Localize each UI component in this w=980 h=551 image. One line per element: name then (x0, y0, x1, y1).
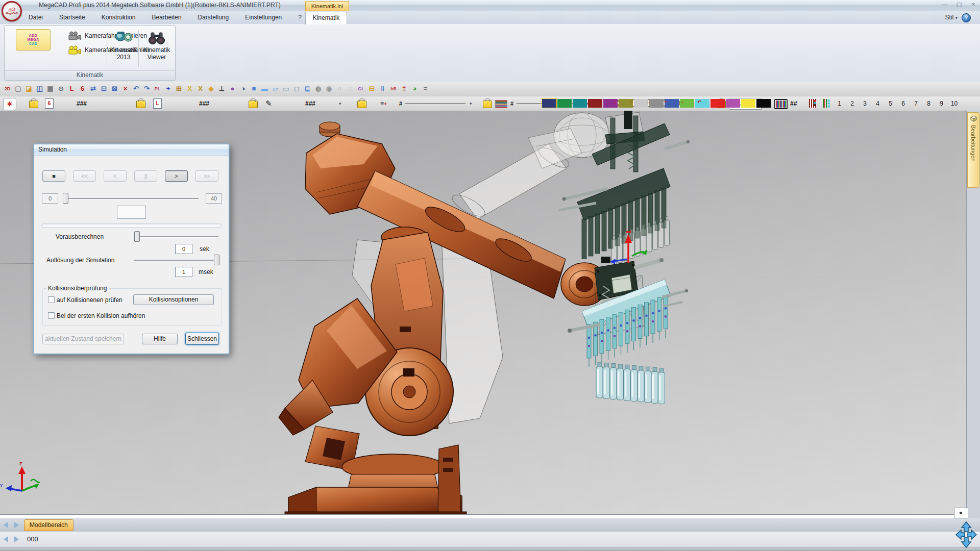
lock-linewidth-icon[interactable] (483, 101, 492, 108)
menu-darstellung[interactable]: Darstellung (189, 11, 237, 24)
layout-l-icon[interactable]: L (66, 83, 77, 94)
resolution-slider-thumb[interactable] (214, 255, 219, 265)
lock-pen-icon[interactable] (249, 101, 258, 108)
pen-number-2[interactable]: 2 (846, 96, 859, 111)
sphere-dark-icon[interactable]: ◑ (238, 83, 249, 94)
tray-icon[interactable]: ▱ (270, 83, 281, 94)
color-swatch-15[interactable] (756, 99, 771, 108)
prev-icon[interactable] (4, 536, 8, 542)
pen-selector[interactable]: ### (305, 96, 315, 111)
rewind-button[interactable]: << (73, 170, 96, 182)
color-swatch-3[interactable] (573, 99, 587, 108)
cylinder-dashed-icon[interactable]: ◌ (345, 83, 356, 94)
linetype-select[interactable]: # ▾ (399, 96, 476, 111)
layout-6-icon[interactable]: 6 (77, 83, 88, 94)
next-sheet-icon[interactable] (14, 522, 19, 528)
pen-number-3[interactable]: 3 (859, 96, 871, 111)
precompute-slider-thumb[interactable] (134, 231, 140, 242)
cube-add-icon[interactable]: ⊞ (174, 83, 184, 94)
pen-number-9[interactable]: 9 (935, 96, 948, 111)
step-back-button[interactable]: < (104, 170, 127, 182)
range-end-field[interactable]: 40 (206, 193, 222, 204)
collision-options-button[interactable]: Kollisionsoptionen (133, 294, 214, 305)
bearbeitungen-tab[interactable]: Bearbeitungen (967, 112, 979, 188)
fast-forward-button[interactable]: >> (195, 170, 218, 182)
color-swatch-12[interactable] (710, 99, 725, 108)
stil-dropdown[interactable]: Stil ▾ (945, 11, 958, 24)
close-button[interactable]: × (970, 1, 977, 8)
new-file-icon[interactable]: ▢ (13, 83, 23, 94)
check-collision-checkbox[interactable] (48, 296, 55, 303)
plane-up-icon[interactable]: ◆ (206, 83, 216, 94)
tab-kinematik[interactable]: Kinematik (305, 12, 347, 24)
box-flat-icon[interactable]: ▬ (259, 83, 270, 94)
screen-colors-icon[interactable] (774, 99, 788, 109)
menu-konstruktion[interactable]: Konstruktion (93, 11, 144, 24)
align-center-icon[interactable]: ‡ (399, 83, 409, 94)
prev-sheet-icon[interactable] (4, 522, 8, 528)
snap-point-button[interactable]: ∗ (3, 98, 16, 110)
precompute-slider[interactable] (134, 236, 218, 238)
save-file-icon[interactable]: ◫ (34, 83, 45, 94)
kinematik-2013-button[interactable]: Kinematik 2013 (108, 30, 139, 61)
range-start-field[interactable]: 0 (42, 193, 58, 204)
menu-bearbeiten[interactable]: Bearbeiten (143, 11, 189, 24)
resolution-value-field[interactable]: 1 (175, 267, 192, 277)
undo-icon[interactable]: ↶ (131, 83, 141, 94)
group-selector[interactable]: ### (199, 96, 209, 111)
pen-number-4[interactable]: 4 (871, 96, 884, 111)
print-preview-icon[interactable]: ⊙ (56, 83, 66, 94)
cylinder-solid-icon[interactable]: ◉ (324, 83, 334, 94)
color-swatch-14[interactable] (741, 99, 755, 108)
next-icon[interactable] (14, 536, 19, 542)
timeline-slider[interactable] (63, 198, 199, 199)
scroll-corner-button[interactable] (954, 508, 968, 518)
document-tab[interactable]: Kinematik.ini (305, 1, 349, 12)
menu-startseite[interactable]: Startseite (51, 11, 93, 24)
print-icon[interactable]: ▤ (45, 83, 56, 94)
wire-box-icon[interactable]: ▭ (281, 83, 291, 94)
cylinder-plain-icon[interactable]: ○ (334, 83, 345, 94)
pen-number-6[interactable]: 6 (897, 96, 910, 111)
toolbar-overflow-icon[interactable]: = (420, 83, 431, 94)
color-swatch-2[interactable] (557, 99, 572, 108)
linestyle-icon[interactable]: ≡+ (380, 100, 387, 108)
hatch-style2-icon[interactable] (823, 99, 830, 108)
menu-einstellungen[interactable]: Einstellungen (237, 11, 290, 24)
redline-erase-icon[interactable]: × (120, 83, 131, 94)
megacad-logo-icon[interactable]: △⬡ MegaCAD (2, 1, 22, 21)
stop-button[interactable]: ■ (42, 170, 65, 182)
close-button[interactable]: Schliessen (185, 333, 219, 345)
lock-linestyle-icon[interactable] (357, 101, 366, 108)
viewport-prev-icon[interactable]: ⊡ (99, 83, 109, 94)
wire-box2-icon[interactable]: ◻ (291, 83, 302, 94)
cylinder-wire-icon[interactable]: ◍ (313, 83, 324, 94)
pen-number-1[interactable]: 1 (833, 96, 846, 111)
restore-button[interactable]: ▢ (955, 1, 963, 8)
chevron-down-icon[interactable]: ▾ (339, 96, 341, 111)
pause-button[interactable]: || (134, 170, 157, 182)
dialog-title[interactable]: Simulation (34, 144, 229, 156)
pen-number-8[interactable]: 8 (922, 96, 935, 111)
layer-selector[interactable]: ### (77, 96, 87, 111)
pen-number-7[interactable]: 7 (910, 96, 922, 111)
save-state-button[interactable]: aktuellen Zustand speichern (42, 334, 124, 344)
model-area-tab[interactable]: Modellbereich (24, 519, 74, 531)
layout-l-selector-icon[interactable]: L (153, 98, 162, 109)
help-button[interactable]: Hilfe (142, 334, 178, 344)
move-xy-icon[interactable]: X (195, 83, 206, 94)
pan-tool-icon[interactable] (954, 520, 978, 551)
color-swatch-4[interactable] (588, 99, 602, 108)
megacad-app-button[interactable]: ADD MEGA CAD (16, 29, 51, 51)
hatch-selector[interactable]: ## (790, 96, 797, 111)
timeline-slider-thumb[interactable] (63, 193, 68, 204)
precompute-value-field[interactable]: 0 (175, 244, 192, 254)
pen-number-5[interactable]: 5 (884, 96, 897, 111)
kinematik-viewer-button[interactable]: Kinematik Viewer (141, 30, 172, 61)
menu-datei[interactable]: Datei (20, 11, 51, 24)
columns-icon[interactable]: ‖ (377, 83, 388, 94)
color-grid-icon[interactable] (495, 100, 507, 108)
sphere-render-icon[interactable]: ● (227, 83, 238, 94)
color-swatch-1[interactable] (542, 99, 556, 108)
move-x-icon[interactable]: X (184, 83, 195, 94)
